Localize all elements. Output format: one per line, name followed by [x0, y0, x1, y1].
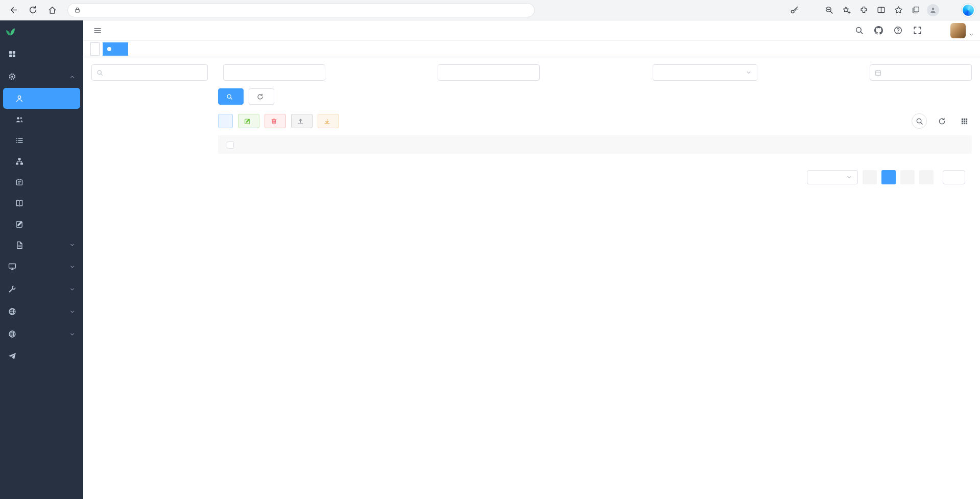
upload-icon [297, 118, 304, 125]
sidebar-item-erp[interactable] [0, 323, 83, 345]
sidebar-item-yi-framework[interactable] [0, 345, 83, 368]
calendar-icon [875, 69, 881, 76]
tree-node-dept[interactable] [91, 199, 208, 213]
dashboard-icon [8, 50, 16, 58]
home-icon [48, 6, 57, 14]
system-submenu [0, 88, 83, 255]
next-page-button[interactable] [919, 170, 934, 184]
sidebar-item-dept-management[interactable] [0, 151, 83, 172]
active-tab-dot [107, 47, 111, 51]
user-avatar[interactable] [950, 23, 966, 38]
header-search-button[interactable] [850, 22, 868, 39]
zoom-out-icon [825, 6, 833, 14]
tree-node-branch[interactable] [91, 185, 208, 199]
tree-node-branch[interactable] [91, 103, 208, 116]
import-button[interactable] [291, 114, 313, 128]
help-button[interactable] [889, 22, 906, 39]
sidebar-item-log-management[interactable] [0, 234, 83, 255]
tab-home[interactable] [90, 42, 100, 56]
read-aloud-button[interactable] [803, 2, 820, 18]
phone-input[interactable] [438, 64, 540, 81]
sidebar-item-menu-management[interactable] [0, 130, 83, 151]
page-button-2[interactable] [900, 170, 915, 184]
tree-node-dept[interactable] [91, 172, 208, 185]
back-button[interactable] [5, 2, 21, 18]
main-area [83, 20, 980, 499]
chevron-down-icon [69, 287, 75, 292]
table-header-row [218, 135, 972, 154]
date-range-picker[interactable] [870, 64, 972, 81]
tree-node-dept[interactable] [91, 213, 208, 227]
filter-created [865, 64, 972, 81]
browser-profile-button[interactable] [925, 2, 941, 18]
reset-button[interactable] [249, 88, 274, 105]
refresh-table-button[interactable] [934, 113, 949, 129]
filter-phone [433, 64, 540, 81]
extensions-button[interactable] [855, 2, 872, 18]
browser-actions [786, 2, 975, 18]
toggle-search-button[interactable] [912, 113, 927, 129]
dept-search-input[interactable] [106, 69, 203, 77]
sidebar-item-home[interactable] [0, 43, 83, 65]
sidebar-item-system-tools[interactable] [0, 278, 83, 300]
add-button[interactable] [218, 114, 233, 128]
password-key-button[interactable] [786, 2, 802, 18]
search-icon [855, 26, 864, 35]
username-input[interactable] [223, 64, 325, 81]
zoom-button[interactable] [821, 2, 837, 18]
tree-node-dept[interactable] [91, 130, 208, 144]
tree-node-dept[interactable] [91, 144, 208, 158]
copilot-icon[interactable] [962, 4, 975, 17]
table-toolbar [218, 113, 972, 129]
dictionary-icon [15, 199, 23, 207]
wrench-icon [8, 285, 16, 293]
sidebar-item-param-settings[interactable] [0, 213, 83, 234]
chevron-down-icon [846, 174, 852, 180]
page-button-1[interactable] [881, 170, 896, 184]
search-icon [226, 93, 233, 100]
fullscreen-button[interactable] [909, 22, 926, 39]
sidebar-item-dict-management[interactable] [0, 193, 83, 213]
tree-node-company[interactable] [91, 89, 208, 103]
browser-home-button[interactable] [44, 2, 60, 18]
favorites-add-button[interactable] [838, 2, 854, 18]
user-menu-caret-icon[interactable] [969, 32, 974, 37]
tab-user-management[interactable] [103, 42, 128, 56]
sidebar-toggle-button[interactable] [89, 22, 106, 39]
tree-node-dept[interactable] [91, 158, 208, 172]
select-all-checkbox[interactable] [227, 141, 234, 149]
user-panel [218, 64, 972, 492]
tab-close-icon[interactable] [116, 45, 124, 53]
chevron-down-icon [69, 331, 75, 337]
column-settings-button[interactable] [957, 113, 972, 129]
export-button[interactable] [318, 114, 339, 128]
collections-button[interactable] [907, 2, 924, 18]
table-utilities [912, 113, 972, 129]
sidebar-item-role-management[interactable] [0, 109, 83, 130]
status-select[interactable] [653, 64, 757, 81]
sidebar-item-system-monitor[interactable] [0, 255, 83, 278]
sidebar-menu [0, 43, 83, 368]
edit-button[interactable] [238, 114, 259, 128]
delete-button[interactable] [265, 114, 286, 128]
split-screen-button[interactable] [873, 2, 889, 18]
search-button[interactable] [218, 88, 244, 105]
github-button[interactable] [870, 22, 887, 39]
goto-page-input[interactable] [943, 170, 965, 184]
font-size-button[interactable] [928, 22, 945, 39]
favorites-button[interactable] [890, 2, 906, 18]
prev-page-button[interactable] [863, 170, 877, 184]
address-bar[interactable] [67, 3, 535, 17]
refresh-button[interactable] [25, 2, 41, 18]
page-size-select[interactable] [807, 170, 858, 184]
sidebar-item-post-management[interactable] [0, 172, 83, 193]
extensions-icon [859, 6, 868, 14]
sidebar-item-bbs[interactable] [0, 300, 83, 323]
tree-node-dept[interactable] [91, 116, 208, 130]
question-icon [894, 26, 902, 35]
browser-menu-button[interactable] [942, 2, 959, 18]
sidebar-item-system-management[interactable] [0, 65, 83, 88]
dept-tree [91, 89, 208, 227]
sidebar-item-user-management[interactable] [3, 88, 80, 109]
search-icon [97, 69, 103, 76]
